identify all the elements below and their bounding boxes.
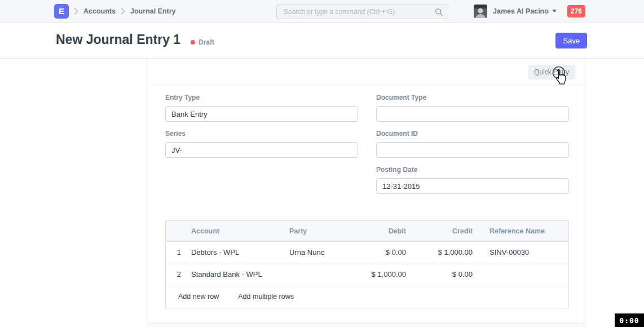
document-type-field: Document Type — [376, 94, 569, 122]
entry-type-label: Entry Type — [165, 94, 358, 101]
form-layout: Quick Entry Entry Type Series Document T… — [148, 59, 585, 327]
series-field: Series — [165, 130, 358, 158]
document-type-input[interactable] — [376, 106, 569, 122]
chevron-right-icon — [74, 8, 78, 15]
accounting-entries-table: Account Party Debit Credit Reference Nam… — [165, 220, 569, 308]
document-id-input[interactable] — [376, 142, 569, 158]
cell-debit[interactable]: $ 0.00 — [335, 248, 414, 257]
cell-credit[interactable]: $ 0.00 — [414, 270, 481, 279]
cell-account[interactable]: Standard Bank - WPL — [183, 270, 281, 279]
series-label: Series — [165, 130, 358, 138]
global-search — [276, 4, 448, 19]
page-head: New Journal Entry 1 Draft Save — [0, 23, 644, 59]
app-logo-letter: E — [59, 6, 64, 16]
cell-party[interactable]: Urna Nunc — [281, 248, 335, 257]
posting-date-field: Posting Date — [376, 166, 569, 194]
cell-reference[interactable]: SINV-00030 — [481, 248, 568, 257]
avatar — [474, 5, 487, 18]
series-input[interactable] — [165, 142, 358, 158]
cell-debit[interactable]: $ 1,000.00 — [335, 270, 414, 279]
entry-type-input[interactable] — [165, 106, 358, 122]
posting-date-label: Posting Date — [376, 166, 569, 174]
add-multiple-rows-button[interactable]: Add multiple rows — [238, 293, 294, 301]
row-index: 2 — [166, 270, 183, 279]
breadcrumb-accounts[interactable]: Accounts — [83, 7, 116, 15]
table-header-row: Account Party Debit Credit Reference Nam… — [166, 221, 568, 242]
add-new-row-button[interactable]: Add new row — [178, 293, 219, 301]
status-label: Draft — [199, 38, 214, 46]
breadcrumb-journal-entry[interactable]: Journal Entry — [130, 7, 176, 15]
status-badge: Draft — [191, 38, 214, 46]
section-divider — [148, 323, 585, 327]
document-id-field: Document ID — [376, 130, 569, 158]
table-footer: Add new row Add multiple rows — [166, 285, 568, 308]
entry-type-field: Entry Type — [165, 94, 358, 122]
notification-count-badge[interactable]: 276 — [567, 5, 585, 17]
app-logo[interactable]: E — [54, 4, 69, 19]
cell-credit[interactable]: $ 1,000.00 — [414, 248, 481, 257]
draft-dot-icon — [191, 40, 195, 45]
chevron-right-icon — [121, 8, 125, 15]
page-title: New Journal Entry 1 — [56, 32, 180, 47]
user-name: James Al Pacino — [493, 7, 549, 15]
col-header-party: Party — [281, 227, 335, 235]
cell-account[interactable]: Debtors - WPL — [183, 248, 281, 257]
document-type-label: Document Type — [376, 94, 569, 101]
row-index: 1 — [166, 248, 183, 257]
posting-date-input[interactable] — [376, 178, 569, 194]
col-header-credit: Credit — [414, 227, 481, 235]
col-header-reference: Reference Name — [481, 227, 568, 235]
quick-entry-button[interactable]: Quick Entry — [528, 65, 575, 79]
table-row[interactable]: 2 Standard Bank - WPL $ 1,000.00 $ 0.00 — [166, 263, 568, 285]
top-navbar: E Accounts Journal Entry James Al Pacino… — [0, 0, 644, 23]
col-header-account: Account — [183, 227, 281, 235]
video-timer-overlay: 0:00 — [615, 313, 644, 327]
breadcrumb: E Accounts Journal Entry — [54, 0, 176, 22]
col-header-debit: Debit — [335, 227, 414, 235]
search-icon — [435, 8, 443, 19]
chevron-down-icon — [552, 10, 557, 12]
table-row[interactable]: 1 Debtors - WPL Urna Nunc $ 0.00 $ 1,000… — [166, 242, 568, 263]
document-id-label: Document ID — [376, 130, 569, 138]
user-menu[interactable]: James Al Pacino — [474, 0, 557, 22]
form-toolbar: Quick Entry — [148, 59, 585, 85]
save-button[interactable]: Save — [555, 33, 587, 48]
search-input[interactable] — [277, 5, 448, 19]
